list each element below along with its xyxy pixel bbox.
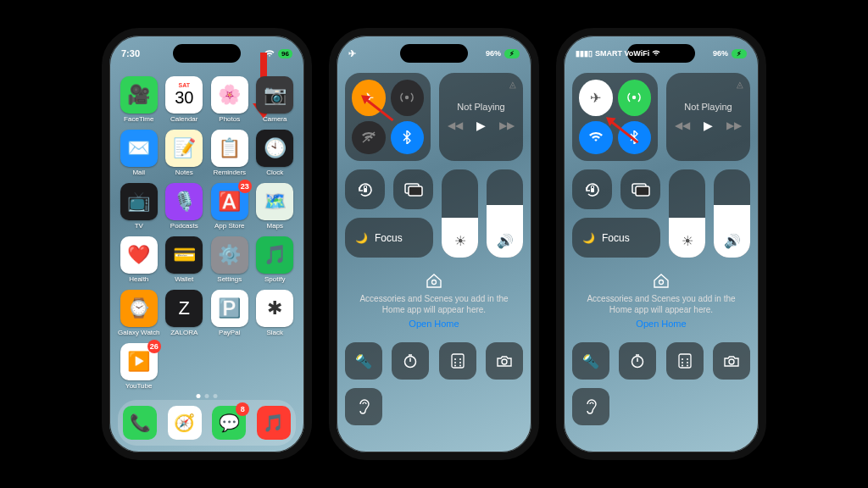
mail-icon: ✉️ xyxy=(120,130,158,167)
home-app-grid: 🎥FaceTimeSAT30Calendar🌸Photos📷Camera✉️Ma… xyxy=(118,76,296,390)
svg-point-19 xyxy=(659,280,664,285)
app-wallet[interactable]: 💳Wallet xyxy=(164,236,206,283)
app-label: Galaxy Watch xyxy=(118,329,160,336)
brightness-slider[interactable]: ☀︎ xyxy=(669,169,705,258)
status-bar: ▮▮▮▯ SMART VoWiFi 96% ⚡︎ xyxy=(564,44,759,63)
app-photos[interactable]: 🌸Photos xyxy=(209,76,251,123)
home-icon xyxy=(425,271,443,290)
wifi-toggle[interactable] xyxy=(579,121,613,155)
connectivity-panel: ✈︎ xyxy=(345,73,431,161)
media-prev-icon[interactable]: ◀◀ xyxy=(448,119,463,131)
app-camera[interactable]: 📷Camera xyxy=(254,76,297,123)
app-calendar[interactable]: SAT30Calendar xyxy=(164,76,206,123)
home-accessories-panel[interactable]: Accessories and Scenes you add in the Ho… xyxy=(345,266,523,334)
svg-point-8 xyxy=(454,358,456,360)
app-appstore[interactable]: 🅰️23App Store xyxy=(209,183,251,230)
app-facetime[interactable]: 🎥FaceTime xyxy=(118,76,160,123)
app-notes[interactable]: 📝Notes xyxy=(164,130,206,176)
flashlight-button[interactable]: 🔦 xyxy=(345,342,382,380)
airplay-icon[interactable]: ◬ xyxy=(737,80,743,89)
app-clock[interactable]: 🕙Clock xyxy=(254,130,297,176)
app-reminders[interactable]: 📋Reminders xyxy=(209,130,251,176)
focus-button[interactable]: 🌙 Focus xyxy=(572,218,660,258)
app-label: Health xyxy=(129,275,148,283)
home-accessories-panel[interactable]: Accessories and Scenes you add in the Ho… xyxy=(572,266,750,334)
camera-button[interactable] xyxy=(486,342,523,380)
screen-mirroring-button[interactable] xyxy=(620,169,660,209)
app-spotify[interactable]: 🎵Spotify xyxy=(254,236,297,283)
open-home-link[interactable]: Open Home xyxy=(409,319,459,329)
brightness-slider[interactable]: ☀︎ xyxy=(442,169,478,258)
badge: 8 xyxy=(236,402,249,416)
media-panel[interactable]: ◬ Not Playing ◀◀ ▶ ▶▶ xyxy=(666,73,750,161)
app-slack[interactable]: ✱Slack xyxy=(254,290,297,336)
focus-button[interactable]: 🌙 Focus xyxy=(345,218,433,258)
wifi-toggle[interactable] xyxy=(352,121,386,155)
svg-point-25 xyxy=(687,362,688,363)
hearing-button[interactable] xyxy=(345,388,382,425)
cellular-data-toggle[interactable] xyxy=(618,80,652,116)
bluetooth-toggle[interactable] xyxy=(391,121,425,155)
app-settings[interactable]: ⚙️Settings xyxy=(209,236,251,283)
app-maps[interactable]: 🗺️Maps xyxy=(254,183,297,230)
calculator-button[interactable] xyxy=(666,342,704,380)
timer-button[interactable] xyxy=(619,342,656,380)
clock-icon: 🕙 xyxy=(256,130,293,167)
screen-mirroring-button[interactable] xyxy=(393,169,433,209)
airplane-mode-toggle[interactable]: ✈︎ xyxy=(579,80,613,116)
youtube-icon: ▶️26 xyxy=(120,343,158,380)
dock-phone[interactable]: 📞 xyxy=(123,406,157,440)
app-tv[interactable]: 📺TV xyxy=(118,183,160,230)
media-play-icon[interactable]: ▶ xyxy=(476,119,486,132)
calendar-icon: SAT30 xyxy=(165,76,203,114)
app-label: FaceTime xyxy=(124,115,153,123)
app-mail[interactable]: ✉️Mail xyxy=(118,130,160,176)
flashlight-button[interactable]: 🔦 xyxy=(572,342,609,380)
volume-icon: 🔊 xyxy=(497,233,514,249)
svg-point-14 xyxy=(502,359,507,364)
volume-slider[interactable]: 🔊 xyxy=(714,169,750,258)
media-play-icon[interactable]: ▶ xyxy=(704,119,713,132)
connectivity-panel: ✈︎ xyxy=(572,73,658,161)
badge: 26 xyxy=(147,340,161,353)
hearing-button[interactable] xyxy=(572,388,609,425)
dock-messages[interactable]: 💬8 xyxy=(212,406,246,440)
cellular-data-toggle[interactable] xyxy=(391,80,425,116)
app-paypal[interactable]: 🅿️PayPal xyxy=(209,290,251,336)
control-center: ✈︎ ◬ Not Playing ◀◀ ▶ ▶▶ xyxy=(345,73,523,444)
volume-slider[interactable]: 🔊 xyxy=(487,169,523,258)
svg-point-15 xyxy=(632,96,636,99)
app-health[interactable]: ❤️Health xyxy=(118,236,160,283)
svg-point-13 xyxy=(459,365,461,367)
dock-safari[interactable]: 🧭 xyxy=(168,406,202,440)
timer-button[interactable] xyxy=(392,342,429,380)
app-podcasts[interactable]: 🎙️Podcasts xyxy=(164,183,206,230)
app-youtube[interactable]: ▶️26YouTube xyxy=(118,343,160,390)
media-next-icon[interactable]: ▶▶ xyxy=(499,119,515,131)
svg-point-5 xyxy=(432,280,437,285)
media-next-icon[interactable]: ▶▶ xyxy=(726,119,742,131)
app-label: Clock xyxy=(266,169,283,176)
svg-point-23 xyxy=(687,358,688,360)
focus-label: Focus xyxy=(375,232,403,244)
appstore-icon: 🅰️23 xyxy=(211,183,248,220)
dock-music[interactable]: 🎵 xyxy=(257,406,291,440)
orientation-lock-toggle[interactable] xyxy=(345,169,385,209)
page-indicator[interactable] xyxy=(197,394,218,398)
app-galaxywatch[interactable]: ⌚Galaxy Watch xyxy=(118,290,160,336)
app-label: Mail xyxy=(132,169,145,176)
camera-button[interactable] xyxy=(713,342,750,380)
app-label: Maps xyxy=(266,222,283,230)
open-home-link[interactable]: Open Home xyxy=(636,319,686,329)
orientation-lock-toggle[interactable] xyxy=(572,169,612,209)
airplay-icon[interactable]: ◬ xyxy=(509,80,516,89)
media-panel[interactable]: ◬ Not Playing ◀◀ ▶ ▶▶ xyxy=(439,73,523,161)
svg-rect-2 xyxy=(364,188,367,192)
media-prev-icon[interactable]: ◀◀ xyxy=(675,119,690,131)
app-zalora[interactable]: ZZALORA xyxy=(164,290,206,336)
calculator-button[interactable] xyxy=(439,342,476,380)
reminders-icon: 📋 xyxy=(211,130,248,167)
svg-rect-7 xyxy=(452,354,464,368)
phone-control-center-airplane: ✈︎ 96% ⚡︎ ✈︎ ◬ Not P xyxy=(329,28,539,460)
app-label: Reminders xyxy=(213,169,246,176)
